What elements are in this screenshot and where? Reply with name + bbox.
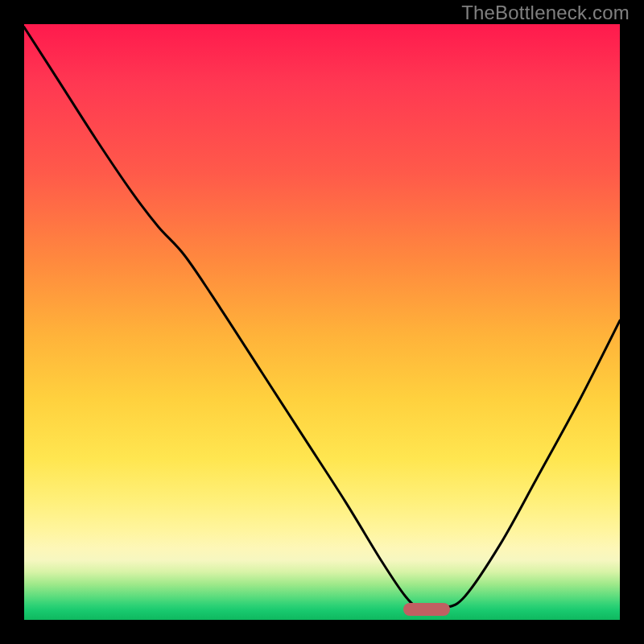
bottleneck-curve [24, 24, 620, 620]
plot-area [24, 24, 620, 620]
watermark-text: TheBottleneck.com [461, 2, 630, 24]
chart-frame: TheBottleneck.com [0, 0, 644, 644]
curve-path [24, 27, 620, 609]
optimal-marker [403, 603, 450, 616]
